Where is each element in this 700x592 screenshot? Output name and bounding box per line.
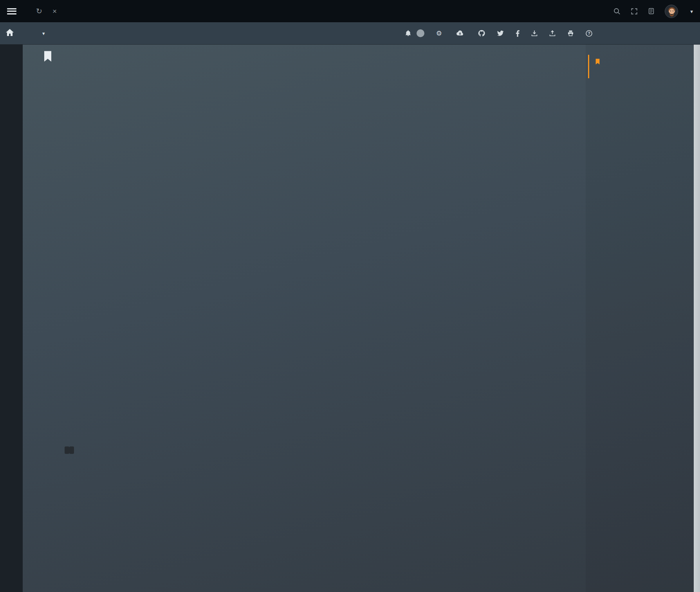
- bookmark-icon: [43, 50, 52, 63]
- main-content: [23, 45, 587, 592]
- refresh-icon[interactable]: ↻: [36, 7, 42, 16]
- svg-text:?: ?: [588, 31, 590, 36]
- facebook-icon[interactable]: [516, 30, 520, 37]
- caret-down-icon: ▾: [42, 31, 45, 36]
- netdata-header-bar: ▾ ⚙: [0, 22, 700, 45]
- gear-icon: ⚙: [436, 30, 442, 37]
- update-button[interactable]: [456, 31, 466, 36]
- sidebar-title[interactable]: [586, 45, 694, 66]
- sidebar-scrollbar[interactable]: [694, 45, 700, 592]
- hamburger-menu-icon[interactable]: [7, 8, 16, 14]
- user-avatar[interactable]: [665, 5, 678, 18]
- host-dropdown[interactable]: ▾: [40, 31, 45, 36]
- cpu-softirq-note: [65, 212, 534, 221]
- right-nav-sidebar: [586, 45, 694, 592]
- upload-icon[interactable]: [549, 30, 556, 36]
- search-icon[interactable]: [613, 8, 621, 15]
- help-button[interactable]: ?: [586, 30, 595, 37]
- code-sys-block: [65, 446, 69, 454]
- disk-description: [65, 436, 498, 455]
- github-icon[interactable]: [478, 30, 485, 37]
- code-sys-devices: [69, 446, 74, 454]
- page-title: [43, 50, 58, 63]
- fullscreen-icon[interactable]: [631, 8, 638, 15]
- alarms-button[interactable]: [405, 29, 424, 37]
- home-icon[interactable]: [5, 29, 14, 38]
- caret-down-icon: ▾: [690, 8, 693, 14]
- left-app-rail: [0, 45, 23, 592]
- download-icon[interactable]: [531, 30, 538, 36]
- bookmark-icon: [595, 58, 600, 65]
- active-section-indicator: [588, 55, 589, 78]
- changelog-icon[interactable]: [648, 8, 655, 14]
- cpu-iowait-note: [65, 203, 534, 212]
- close-tab-icon[interactable]: ×: [52, 7, 57, 16]
- alarms-count-badge: [417, 29, 424, 37]
- app-titlebar: ↻ × ▾: [0, 0, 700, 22]
- print-icon[interactable]: [567, 30, 574, 36]
- twitter-icon[interactable]: [497, 31, 504, 36]
- settings-button[interactable]: ⚙: [436, 30, 445, 37]
- user-menu[interactable]: ▾: [688, 8, 693, 14]
